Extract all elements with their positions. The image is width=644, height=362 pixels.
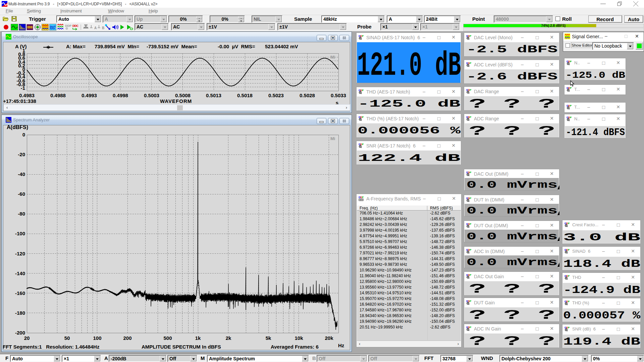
svg-text:P: P — [570, 60, 572, 63]
svg-text:0.0 mVrms: 0.0 mVrms — [467, 231, 558, 242]
svg-text:0.000057 %: 0.000057 % — [563, 310, 640, 321]
svg-text:P: P — [570, 104, 572, 107]
svg-text:-124.9 dB: -124.9 dB — [563, 284, 640, 296]
svg-text:P: P — [568, 300, 570, 303]
svg-text:888: 888 — [27, 25, 33, 29]
svg-text:P: P — [568, 275, 570, 278]
svg-text:P: P — [470, 116, 472, 119]
svg-text:B: B — [102, 26, 104, 30]
svg-text:-125.0 dB: -125.0 dB — [566, 70, 625, 80]
svg-text:Mi: Mi — [330, 136, 335, 141]
svg-text:P: P — [470, 171, 472, 174]
svg-text:P: P — [470, 197, 472, 200]
svg-text:P: P — [568, 248, 570, 251]
svg-text:P: P — [470, 248, 472, 251]
svg-text:Mi: Mi — [330, 55, 335, 60]
svg-text:0.0 mVrms: 0.0 mVrms — [467, 257, 558, 268]
svg-text:P: P — [362, 35, 364, 38]
svg-text:? ? ?: ? ? ? — [469, 282, 555, 295]
svg-text:-2.5 dBFS: -2.5 dBFS — [467, 44, 558, 55]
svg-text:122.4 dB: 122.4 dB — [358, 153, 461, 164]
svg-text:P: P — [362, 89, 364, 92]
svg-text:P: P — [568, 222, 570, 225]
svg-text:119.4 dB: 119.4 dB — [563, 336, 640, 348]
svg-text:? ? ?: ? ? ? — [469, 124, 555, 137]
svg-text:P: P — [470, 88, 472, 92]
svg-text:A: A — [94, 26, 97, 30]
svg-text:P: P — [470, 35, 472, 38]
svg-text:0.000056 %: 0.000056 % — [358, 125, 461, 136]
svg-text:P: P — [362, 116, 364, 119]
svg-text:P: P — [362, 196, 364, 199]
svg-text:121.0 dB: 121.0 dB — [357, 47, 461, 83]
svg-text:-125.0 dB: -125.0 dB — [358, 98, 461, 110]
svg-text:? ? ?: ? ? ? — [469, 97, 555, 110]
svg-text:P: P — [470, 274, 472, 277]
svg-text:P: P — [362, 143, 364, 146]
svg-text:118.4 dB: 118.4 dB — [563, 258, 640, 270]
svg-text:DDC: DDC — [72, 24, 79, 27]
svg-text:P: P — [570, 116, 572, 119]
svg-text:-2.6 dBFS: -2.6 dBFS — [467, 71, 558, 82]
svg-text:P: P — [470, 62, 472, 65]
svg-text:P: P — [568, 326, 570, 329]
svg-text:DDP: DDP — [65, 24, 71, 27]
svg-text:? ? ?: ? ? ? — [469, 334, 555, 348]
svg-text:-121.4 dBFS: -121.4 dBFS — [566, 127, 625, 138]
svg-text:3.0 dB: 3.0 dB — [563, 232, 640, 243]
svg-text:DUT: DUT — [50, 25, 56, 28]
svg-text:0.0 mVrms: 0.0 mVrms — [467, 180, 558, 191]
svg-text:P: P — [570, 86, 572, 89]
svg-text:P: P — [470, 223, 472, 226]
svg-text:P: P — [470, 326, 472, 329]
svg-text:0.0 mVrms: 0.0 mVrms — [467, 205, 558, 217]
svg-text:? ? ?: ? ? ? — [469, 308, 555, 321]
svg-text:P: P — [470, 300, 472, 303]
